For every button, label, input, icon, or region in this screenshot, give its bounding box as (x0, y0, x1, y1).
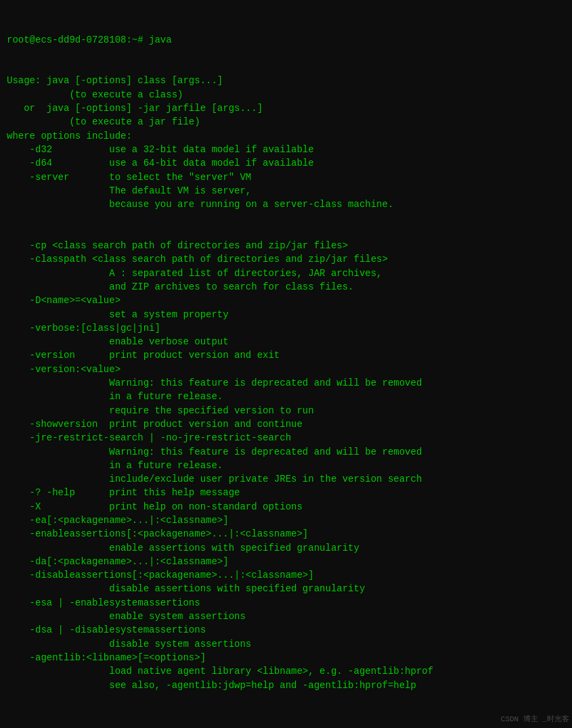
terminal-line: -cp <class search path of directories an… (7, 239, 565, 252)
terminal-line: enable system assertions (7, 610, 565, 623)
terminal-line: see also, -agentlib:jdwp=help and -agent… (7, 679, 565, 692)
terminal-line: (to execute a class) (7, 88, 565, 101)
terminal-line: require the specified version to run (7, 404, 565, 417)
terminal-line: -server to select the "server" VM (7, 170, 565, 184)
terminal-output: root@ecs-dd9d-0728108:~# java Usage: jav… (7, 5, 565, 706)
terminal-line: -enableassertions[:<packagename>...|:<cl… (7, 527, 565, 541)
terminal-line: -classpath <class search path of directo… (7, 252, 565, 266)
terminal-line: A : separated list of directories, JAR a… (7, 267, 565, 280)
terminal-line: set a system property (7, 308, 565, 321)
terminal-line: or java [-options] -jar jarfile [args...… (7, 101, 565, 115)
watermark-label: CSDN 博主 _时光客 (501, 714, 569, 725)
terminal-line: load native agent library <libname>, e.g… (7, 664, 565, 678)
terminal-line: -X print help on non-standard options (7, 500, 565, 514)
terminal-line: in a future release. (7, 459, 565, 472)
terminal-line: -version print product version and exit (7, 348, 565, 362)
terminal-line (7, 225, 565, 239)
terminal-line: enable assertions with specified granula… (7, 541, 565, 555)
terminal-line: enable verbose output (7, 335, 565, 348)
terminal-line: -d64 use a 64-bit data model if availabl… (7, 156, 565, 170)
terminal-line: -disableassertions[:<packagename>...|:<c… (7, 568, 565, 582)
terminal-line: -verbose:[class|gc|jni] (7, 321, 565, 335)
terminal-line: -d32 use a 32-bit data model if availabl… (7, 143, 565, 156)
terminal-line: -showversion print product version and c… (7, 417, 565, 431)
terminal-line: -version:<value> (7, 363, 565, 376)
terminal-line: -dsa | -disablesystemassertions (7, 623, 565, 637)
terminal-line: -agentlib:<libname>[=<options>] (7, 651, 565, 664)
terminal-line: -da[:<packagename>...|:<classname>] (7, 555, 565, 568)
terminal-line: -D<name>=<value> (7, 294, 565, 307)
terminal-line: because you are running on a server-clas… (7, 198, 565, 211)
terminal-line: The default VM is server, (7, 184, 565, 198)
terminal-line: -jre-restrict-search | -no-jre-restrict-… (7, 431, 565, 445)
terminal-line: disable system assertions (7, 637, 565, 651)
terminal-line: in a future release. (7, 390, 565, 403)
terminal-line: -? -help print this help message (7, 486, 565, 499)
terminal-line: include/exclude user private JREs in the… (7, 472, 565, 486)
terminal-line: Warning: this feature is deprecated and … (7, 376, 565, 390)
prompt-line: root@ecs-dd9d-0728108:~# java (7, 33, 565, 47)
terminal-line: and ZIP archives to search for class fil… (7, 280, 565, 294)
terminal-line: -esa | -enablesystemassertions (7, 596, 565, 610)
terminal-line (7, 211, 565, 225)
terminal-line: Usage: java [-options] class [args...] (7, 74, 565, 87)
terminal-line: (to execute a jar file) (7, 115, 565, 129)
terminal-line: where options include: (7, 129, 565, 143)
terminal-lines: Usage: java [-options] class [args...] (… (7, 74, 565, 691)
terminal-line: -ea[:<packagename>...|:<classname>] (7, 514, 565, 527)
terminal-line: Warning: this feature is deprecated and … (7, 445, 565, 459)
terminal-line: disable assertions with specified granul… (7, 582, 565, 595)
